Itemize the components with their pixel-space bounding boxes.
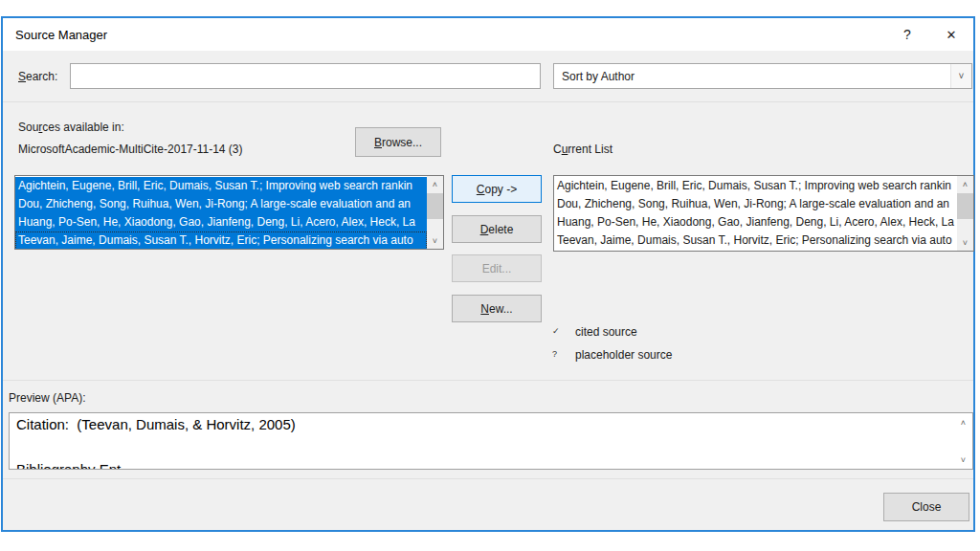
copy-button[interactable]: Copy -> — [452, 175, 542, 203]
master-list-scrollbar[interactable]: ˄ ˅ — [427, 176, 443, 249]
scroll-down-icon[interactable]: ˅ — [957, 234, 973, 251]
sort-dropdown-value: Sort by Author — [554, 70, 950, 83]
preview-box: Citation: (Teevan, Dumais, & Horvitz, 20… — [9, 412, 973, 470]
legend-label: cited source — [575, 325, 637, 339]
scrollbar-thumb[interactable] — [427, 193, 443, 219]
scroll-down-icon[interactable]: ˅ — [955, 452, 971, 468]
master-source-filename: MicrosoftAcademic-MultiCite-2017-11-14 (… — [18, 143, 243, 156]
preview-scrollbar[interactable]: ˄ ˅ — [955, 414, 971, 468]
title-bar: Source Manager ? ✕ — [3, 18, 973, 51]
scroll-up-icon[interactable]: ˄ — [427, 176, 443, 192]
chevron-down-icon[interactable]: ˅ — [950, 64, 971, 88]
list-item[interactable]: Huang, Po-Sen, He, Xiaodong, Gao, Jianfe… — [15, 213, 427, 231]
divider — [3, 380, 973, 381]
list-item[interactable]: Agichtein, Eugene, Brill, Eric, Dumais, … — [15, 177, 427, 195]
bibliography-preview-text: Bibliography Ent — [16, 461, 121, 470]
new-button[interactable]: New... — [452, 295, 542, 322]
scrollbar-thumb[interactable] — [957, 193, 973, 219]
master-source-list[interactable]: Agichtein, Eugene, Brill, Eric, Dumais, … — [14, 175, 444, 250]
divider — [3, 478, 973, 479]
divider — [3, 101, 973, 102]
scroll-up-icon[interactable]: ˄ — [957, 176, 973, 192]
list-item[interactable]: Agichtein, Eugene, Brill, Eric, Dumais, … — [554, 177, 957, 195]
search-label: Search: — [18, 70, 57, 83]
current-list-rows: Agichtein, Eugene, Brill, Eric, Dumais, … — [554, 176, 957, 251]
dialog-title: Source Manager — [15, 28, 107, 42]
master-source-rows: Agichtein, Eugene, Brill, Eric, Dumais, … — [15, 176, 427, 249]
source-manager-dialog: Source Manager ? ✕ Search: Sort by Autho… — [1, 16, 975, 532]
current-list[interactable]: Agichtein, Eugene, Brill, Eric, Dumais, … — [553, 175, 974, 252]
scroll-down-icon[interactable]: ˅ — [427, 232, 443, 249]
list-legend: ✓ cited source ? placeholder source — [552, 325, 672, 371]
search-input[interactable] — [70, 63, 541, 89]
citation-preview-text: Citation: (Teevan, Dumais, & Horvitz, 20… — [16, 416, 296, 432]
delete-button[interactable]: Delete — [452, 215, 542, 243]
list-item[interactable]: Teevan, Jaime, Dumais, Susan T., Horvitz… — [554, 231, 957, 250]
close-icon[interactable]: ✕ — [929, 18, 973, 51]
help-icon[interactable]: ? — [885, 18, 929, 51]
current-list-scrollbar[interactable]: ˄ ˅ — [957, 176, 973, 251]
list-item[interactable]: Dou, Zhicheng, Song, Ruihua, Wen, Ji-Ron… — [554, 195, 957, 213]
question-icon: ? — [552, 348, 575, 359]
list-item[interactable]: Dou, Zhicheng, Song, Ruihua, Wen, Ji-Ron… — [15, 195, 427, 213]
dialog-body: Search: Sort by Author ˅ Sources availab… — [3, 51, 973, 530]
preview-label: Preview (APA): — [9, 391, 85, 405]
current-list-label: Current List — [553, 143, 612, 156]
legend-row-cited: ✓ cited source — [552, 325, 672, 348]
check-icon: ✓ — [552, 325, 575, 336]
close-button[interactable]: Close — [883, 493, 969, 521]
browse-button[interactable]: Browse... — [355, 127, 441, 157]
list-item[interactable]: Huang, Po-Sen, He, Xiaodong, Gao, Jianfe… — [554, 213, 957, 231]
list-item[interactable]: Teevan, Jaime, Dumais, Susan T., Horvitz… — [15, 231, 427, 250]
scroll-up-icon[interactable]: ˄ — [955, 414, 971, 430]
edit-button: Edit... — [452, 254, 542, 282]
legend-label: placeholder source — [575, 348, 672, 362]
sort-dropdown[interactable]: Sort by Author ˅ — [553, 63, 972, 89]
sources-available-label: Sources available in: — [18, 121, 124, 134]
legend-row-placeholder: ? placeholder source — [552, 348, 672, 371]
